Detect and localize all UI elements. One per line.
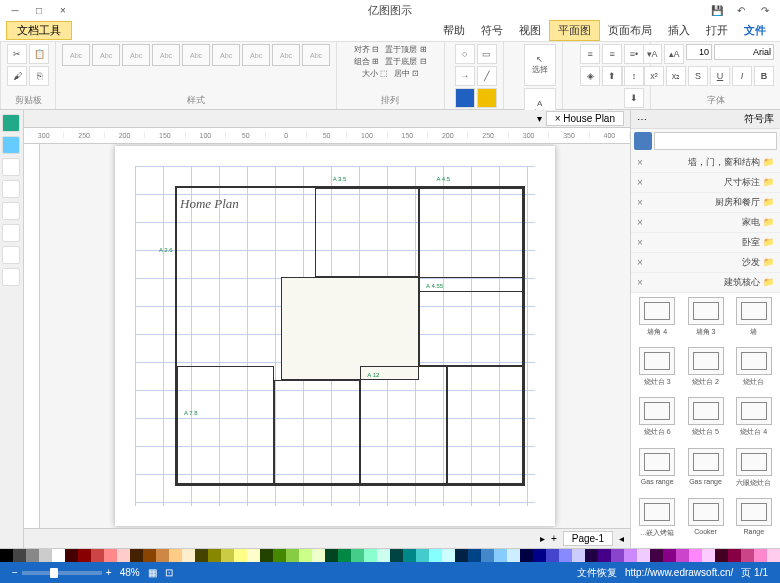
- align-left-button[interactable]: ≡: [602, 44, 622, 64]
- color-swatch[interactable]: [650, 549, 663, 562]
- menu-file[interactable]: 文件: [736, 21, 774, 40]
- line-color-button[interactable]: [455, 88, 475, 108]
- color-swatch[interactable]: [195, 549, 208, 562]
- color-swatch[interactable]: [182, 549, 195, 562]
- style-preset[interactable]: Abc: [242, 44, 270, 66]
- room[interactable]: [447, 366, 523, 484]
- send-back-icon[interactable]: ⊟ 置于底层: [385, 56, 426, 67]
- close-icon[interactable]: ×: [637, 277, 643, 288]
- room[interactable]: [177, 366, 274, 484]
- color-swatch[interactable]: [234, 549, 247, 562]
- bold-button[interactable]: B: [754, 66, 774, 86]
- library-category[interactable]: 📁 尺寸标注×: [631, 173, 780, 193]
- room[interactable]: [274, 380, 361, 484]
- side-tool-7[interactable]: [2, 246, 20, 264]
- color-swatch[interactable]: [39, 549, 52, 562]
- zoom-slider[interactable]: [22, 571, 102, 575]
- shape-item[interactable]: Gas range: [635, 448, 679, 494]
- color-swatch[interactable]: [507, 549, 520, 562]
- status-view-icon[interactable]: ▦: [148, 567, 157, 578]
- close-icon[interactable]: ×: [637, 177, 643, 188]
- color-swatch[interactable]: [455, 549, 468, 562]
- side-tool-1[interactable]: [2, 114, 20, 132]
- color-swatch[interactable]: [156, 549, 169, 562]
- color-swatch[interactable]: [299, 549, 312, 562]
- color-swatch[interactable]: [0, 549, 13, 562]
- side-tool-6[interactable]: [2, 224, 20, 242]
- shape-item[interactable]: Gas range: [683, 448, 727, 494]
- color-swatch[interactable]: [312, 549, 325, 562]
- color-swatch[interactable]: [611, 549, 624, 562]
- font-name-select[interactable]: [714, 44, 774, 60]
- shape-item[interactable]: 墙角 4: [635, 297, 679, 343]
- color-swatch[interactable]: [585, 549, 598, 562]
- side-tool-5[interactable]: [2, 202, 20, 220]
- close-button[interactable]: ×: [52, 2, 74, 18]
- color-swatch[interactable]: [637, 549, 650, 562]
- qat-undo-icon[interactable]: ↶: [730, 2, 752, 18]
- color-swatch[interactable]: [598, 549, 611, 562]
- color-swatch[interactable]: [429, 549, 442, 562]
- color-swatch[interactable]: [390, 549, 403, 562]
- color-swatch[interactable]: [208, 549, 221, 562]
- color-swatch[interactable]: [286, 549, 299, 562]
- close-icon[interactable]: ×: [637, 217, 643, 228]
- shape-item[interactable]: 烧灶台 5: [683, 397, 727, 443]
- menu-pagelayout[interactable]: 页面布局: [600, 21, 660, 40]
- color-swatch[interactable]: [52, 549, 65, 562]
- style-preset[interactable]: Abc: [122, 44, 150, 66]
- menu-symbol[interactable]: 符号: [473, 21, 511, 40]
- copy-button[interactable]: ⎘: [29, 66, 49, 86]
- room[interactable]: [315, 188, 419, 277]
- status-zoom-out-icon[interactable]: −: [12, 567, 18, 578]
- valign-top-button[interactable]: ⬆: [602, 66, 622, 86]
- font-size-select[interactable]: [686, 44, 712, 60]
- color-swatch[interactable]: [364, 549, 377, 562]
- color-swatch[interactable]: [169, 549, 182, 562]
- menu-floorplan[interactable]: 平面图: [549, 20, 600, 41]
- color-swatch[interactable]: [494, 549, 507, 562]
- color-swatch[interactable]: [520, 549, 533, 562]
- menu-view[interactable]: 视图: [511, 21, 549, 40]
- color-swatch[interactable]: [559, 549, 572, 562]
- paste-button[interactable]: 📋: [29, 44, 49, 64]
- color-swatch[interactable]: [442, 549, 455, 562]
- color-swatch[interactable]: [689, 549, 702, 562]
- size-icon[interactable]: ⬚ 大小: [362, 68, 388, 79]
- close-icon[interactable]: ×: [637, 197, 643, 208]
- color-swatch[interactable]: [767, 549, 780, 562]
- close-icon[interactable]: ×: [637, 157, 643, 168]
- style-preset[interactable]: Abc: [92, 44, 120, 66]
- shape-item[interactable]: 烧灶台 6: [635, 397, 679, 443]
- color-swatch[interactable]: [325, 549, 338, 562]
- close-icon[interactable]: ×: [637, 237, 643, 248]
- shape-line-icon[interactable]: ╱: [477, 66, 497, 86]
- style-preset[interactable]: Abc: [182, 44, 210, 66]
- select-tool[interactable]: ↖选择: [524, 44, 556, 86]
- side-tool-8[interactable]: [2, 268, 20, 286]
- shape-item[interactable]: 墙: [732, 297, 776, 343]
- fill-color-button[interactable]: [477, 88, 497, 108]
- shape-item[interactable]: 烧灶台 4: [732, 397, 776, 443]
- qat-redo-icon[interactable]: ↷: [754, 2, 776, 18]
- canvas[interactable]: Home Plan A 3.5 A 4.5 A 4.55 A 12: [40, 144, 630, 528]
- library-category[interactable]: 📁 卧室×: [631, 233, 780, 253]
- strike-button[interactable]: S: [688, 66, 708, 86]
- italic-button[interactable]: I: [732, 66, 752, 86]
- library-category[interactable]: 📁 墙，门，窗和结构×: [631, 153, 780, 173]
- underline-button[interactable]: U: [710, 66, 730, 86]
- library-category[interactable]: 📁 沙发×: [631, 253, 780, 273]
- color-swatch[interactable]: [91, 549, 104, 562]
- library-category[interactable]: 📁 建筑核心×: [631, 273, 780, 293]
- side-tool-4[interactable]: [2, 180, 20, 198]
- color-swatch[interactable]: [221, 549, 234, 562]
- shape-circle-icon[interactable]: ○: [455, 44, 475, 64]
- color-swatch[interactable]: [338, 549, 351, 562]
- color-swatch[interactable]: [676, 549, 689, 562]
- side-tool-3[interactable]: [2, 158, 20, 176]
- color-swatch[interactable]: [351, 549, 364, 562]
- color-swatch[interactable]: [481, 549, 494, 562]
- align-dist-icon[interactable]: ⊟ 对齐: [354, 44, 379, 55]
- style-preset[interactable]: Abc: [302, 44, 330, 66]
- format-painter-button[interactable]: 🖌: [7, 66, 27, 86]
